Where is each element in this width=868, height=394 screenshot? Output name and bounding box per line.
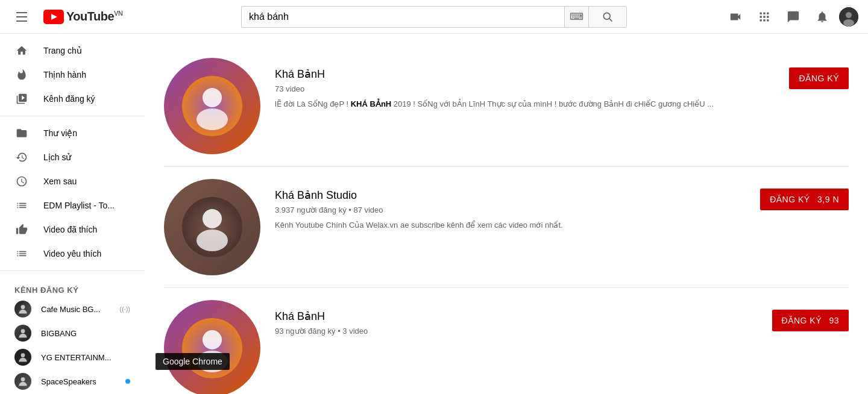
notification-dot-spacespeakers	[125, 379, 130, 384]
youtube-logo[interactable]: YouTubeVN	[43, 10, 122, 24]
channel-avatar-yg	[14, 349, 31, 366]
home-icon	[14, 43, 29, 58]
channel-name-bigbang: BIGBANG	[41, 329, 130, 338]
channel-avatar-bigbang	[14, 325, 31, 342]
hamburger-menu-button[interactable]	[10, 5, 34, 29]
upload-icon	[729, 10, 742, 23]
sidebar-item-history-label: Lịch sử	[43, 152, 71, 162]
search-input[interactable]	[241, 6, 564, 28]
sidebar-channel-cafe[interactable]: Cafe Music BG... ((·))	[0, 297, 145, 321]
sidebar-item-favorites[interactable]: Video yêu thích	[0, 242, 145, 266]
svg-point-15	[843, 19, 854, 27]
search-area: ⌨	[154, 6, 714, 28]
channel-thumb-2[interactable]	[164, 179, 260, 275]
channel-name-cafe: Cafe Music BG...	[41, 305, 110, 314]
bell-icon	[816, 10, 829, 23]
svg-rect-9	[767, 16, 769, 17]
channel-title-2[interactable]: Khá Bảnh Studio	[275, 189, 746, 202]
sidebar-item-watch-later[interactable]: Xem sau	[0, 169, 145, 193]
svg-point-25	[197, 230, 228, 251]
sidebar-item-history[interactable]: Lịch sử	[0, 145, 145, 169]
svg-point-17	[21, 329, 25, 333]
channel-thumb-image-3	[182, 318, 242, 378]
topbar-left: YouTubeVN	[10, 5, 154, 29]
sidebar-item-edm-label: EDM Playlist - To...	[43, 201, 115, 210]
live-badge-cafe: ((·))	[119, 305, 130, 313]
channel-thumb-image-2	[182, 197, 242, 257]
sidebar-channel-yg[interactable]: YG ENTERTAINM...	[0, 345, 145, 369]
channel-avatar-cafe	[14, 301, 31, 317]
subscribe-button-3[interactable]: ĐĂNG KÝ 93	[772, 310, 849, 331]
sidebar-item-liked-label: Video đã thích	[43, 225, 97, 234]
subscribe-count-3: 93	[829, 316, 839, 325]
keyboard-button[interactable]: ⌨	[564, 6, 588, 28]
svg-point-14	[846, 12, 852, 18]
svg-point-18	[21, 353, 25, 357]
avatar-image	[839, 7, 858, 27]
sidebar-section-channels: KÊNH ĐĂNG KÝ Cafe Music BG... ((·)) BIGB…	[0, 271, 145, 394]
search-button[interactable]	[588, 6, 627, 28]
sidebar-item-subscriptions[interactable]: Kênh đăng ký	[0, 87, 145, 111]
upload-button[interactable]	[723, 5, 747, 29]
sidebar-item-library[interactable]: Thư viện	[0, 121, 145, 145]
channel-result-2: Khá Bảnh Studio 3.937 người đăng ký • 87…	[164, 167, 849, 288]
clock-icon	[14, 174, 29, 189]
sidebar-channel-bigbang[interactable]: BIGBANG	[0, 321, 145, 345]
channel-thumb-image-1	[182, 76, 242, 136]
svg-rect-10	[760, 19, 762, 21]
youtube-text: YouTubeVN	[66, 10, 122, 23]
subscriptions-icon	[14, 92, 29, 106]
svg-point-27	[203, 330, 222, 349]
channel-name-spacespeakers: SpaceSpeakers	[41, 377, 116, 386]
keyboard-icon: ⌨	[570, 11, 583, 22]
channel-result-1: Khá BảnH 73 video lẼ đời Là SốNg đẹP ! K…	[164, 46, 849, 167]
sidebar-channel-spacespeakers[interactable]: SpaceSpeakers	[0, 369, 145, 393]
main-content: Khá BảnH 73 video lẼ đời Là SốNg đẹP ! K…	[145, 34, 868, 394]
sidebar-section-main: Trang chủ Thịnh hành Kênh đăng ký	[0, 34, 145, 116]
sidebar-item-home-label: Trang chủ	[43, 46, 82, 55]
sidebar-item-home[interactable]: Trang chủ	[0, 39, 145, 63]
channel-title-1[interactable]: Khá BảnH	[275, 67, 775, 81]
svg-rect-6	[767, 12, 769, 14]
search-icon	[602, 11, 614, 23]
channel-info-1: Khá BảnH 73 video lẼ đời Là SốNg đẹP ! K…	[275, 58, 775, 110]
svg-rect-7	[760, 16, 762, 17]
favorites-icon	[14, 246, 29, 261]
channel-thumb-3[interactable]	[164, 300, 260, 394]
hamburger-icon	[11, 7, 32, 27]
notifications-button[interactable]	[810, 5, 834, 29]
svg-rect-5	[763, 12, 765, 14]
channel-title-3[interactable]: Khá BảnH	[275, 310, 758, 323]
topbar-right	[714, 5, 858, 29]
svg-rect-4	[760, 12, 762, 14]
apps-button[interactable]	[752, 5, 776, 29]
sidebar-item-trending[interactable]: Thịnh hành	[0, 63, 145, 87]
channel-info-3: Khá BảnH 93 người đăng ký • 3 video	[275, 300, 758, 340]
fire-icon	[14, 67, 29, 82]
subscribe-button-2[interactable]: ĐĂNG KÝ 3,9 N	[760, 189, 849, 210]
svg-rect-11	[763, 19, 765, 21]
sidebar-item-edm-playlist[interactable]: EDM Playlist - To...	[0, 193, 145, 217]
messages-button[interactable]	[781, 5, 805, 29]
svg-point-21	[203, 88, 222, 107]
apps-icon	[758, 11, 770, 23]
history-icon	[14, 150, 29, 164]
sidebar-item-trending-label: Thịnh hành	[43, 70, 86, 80]
svg-line-3	[609, 18, 612, 21]
channel-desc-2: Kênh Youtube Chính Của Welax.vn ae subsc…	[275, 219, 746, 231]
user-avatar[interactable]	[839, 7, 858, 27]
subscribe-button-1[interactable]: ĐĂNG KÝ	[789, 67, 849, 89]
sidebar-item-subscriptions-label: Kênh đăng ký	[43, 94, 95, 104]
youtube-logo-icon	[43, 10, 64, 24]
sidebar-item-library-label: Thư viện	[43, 128, 77, 138]
svg-rect-12	[767, 19, 769, 21]
messages-icon	[787, 10, 800, 23]
channel-desc-1: lẼ đời Là SốNg đẹP ! KHÁ BẢnH 2019 ! SốN…	[275, 98, 775, 110]
channel-avatar-spacespeakers	[14, 373, 31, 390]
channel-name-yg: YG ENTERTAINM...	[41, 353, 130, 362]
svg-point-2	[603, 13, 610, 19]
channel-meta-3: 93 người đăng ký • 3 video	[275, 327, 758, 336]
channel-thumb-1[interactable]	[164, 58, 260, 154]
sidebar-item-favorites-label: Video yêu thích	[43, 249, 101, 258]
sidebar-item-liked[interactable]: Video đã thích	[0, 217, 145, 242]
